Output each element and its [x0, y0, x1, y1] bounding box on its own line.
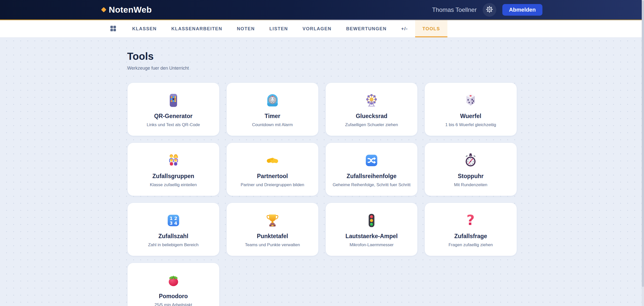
mobile-apps-icon: [165, 92, 182, 109]
handshake-icon: [264, 152, 281, 169]
diamond-icon: [101, 7, 106, 12]
tool-card-title: Zufallszahl: [158, 233, 188, 240]
tools-grid: QR-Generator Links und Text als QR-Code …: [127, 82, 517, 306]
scrollbar-track[interactable]: [642, 0, 644, 306]
tool-card-punktetafel[interactable]: Punktetafel Teams und Punkte verwalten: [226, 203, 319, 256]
page-title: Tools: [127, 51, 517, 62]
tool-card-partnertool[interactable]: Partnertool Partner und Dreiergruppen bi…: [226, 143, 319, 196]
tomato-icon: [165, 272, 182, 289]
shuffle-icon: [363, 152, 380, 169]
question-icon: ?: [462, 212, 479, 229]
tool-card-wuerfel[interactable]: Wuerfel 1 bis 6 Wuerfel gleichzeitig: [424, 82, 517, 136]
tool-card-title: Wuerfel: [460, 113, 481, 120]
tool-card-zufallszahl[interactable]: 1 2 3 4 Zufallszahl Zahl in beliebigem B…: [127, 203, 220, 256]
tool-card-stoppuhr[interactable]: Stoppuhr Mit Rundenzeiten: [424, 143, 517, 196]
tool-card-title: Zufallsfrage: [454, 233, 487, 240]
tool-card-zufallsreihenfolge[interactable]: Zufallsreihenfolge Geheime Reihenfolge, …: [325, 143, 418, 196]
numbers-icon: 1 2 3 4: [165, 212, 182, 229]
tool-card-description: Zufaelligen Schueler ziehen: [345, 122, 398, 127]
app-logo[interactable]: NotenWeb: [102, 5, 152, 15]
notenweb-app: NotenWeb Thomas Toellner: [0, 0, 644, 306]
apps-grid-button[interactable]: [108, 20, 118, 37]
logout-button[interactable]: Abmelden: [502, 4, 542, 16]
nav-item-vorlagen[interactable]: VORLAGEN: [295, 20, 339, 37]
tool-card-description: Klasse zufaellig einteilen: [150, 182, 197, 187]
svg-text:?: ?: [467, 212, 475, 228]
nav-item-noten[interactable]: NOTEN: [230, 20, 262, 37]
nav-item-tools[interactable]: TOOLS: [415, 20, 447, 37]
tool-card-description: 25/5 min Arbeitstakt: [155, 302, 192, 306]
tool-card-pomodoro[interactable]: Pomodoro 25/5 min Arbeitstakt: [127, 263, 220, 306]
kitchen-timer-icon: [264, 92, 281, 109]
tool-card-description: Mikrofon-Laermmesser: [350, 242, 394, 247]
tool-card-zufallsfrage[interactable]: ? Zufallsfrage Fragen zufaellig ziehen: [424, 203, 517, 256]
tool-card-description: Partner und Dreiergruppen bilden: [241, 182, 304, 187]
tool-card-description: Countdown mit Alarm: [252, 122, 293, 127]
settings-button[interactable]: [483, 3, 496, 17]
nav-item-item[interactable]: +/-: [394, 20, 415, 37]
grid-icon: [110, 25, 116, 33]
nav-items: KLASSENKLASSENARBEITENNOTENLISTENVORLAGE…: [125, 20, 447, 37]
tool-card-title: Partnertool: [257, 173, 288, 180]
user-name: Thomas Toellner: [432, 6, 477, 13]
ferris-wheel-icon: [363, 92, 380, 109]
tool-card-title: Timer: [265, 113, 280, 120]
tool-card-lautstaerke-ampel[interactable]: Lautstaerke-Ampel Mikrofon-Laermmesser: [325, 203, 418, 256]
nav-item-listen[interactable]: LISTEN: [262, 20, 295, 37]
app-header: NotenWeb Thomas Toellner: [0, 0, 644, 19]
tool-card-description: Zahl in beliebigem Bereich: [148, 242, 198, 247]
gear-icon: [486, 6, 493, 14]
tool-card-zufallsgruppen[interactable]: Zufallsgruppen Klasse zufaellig einteile…: [127, 143, 220, 196]
tool-card-qr-generator[interactable]: QR-Generator Links und Text als QR-Code: [127, 82, 220, 136]
tool-card-timer[interactable]: Timer Countdown mit Alarm: [226, 82, 319, 136]
nav-inner: KLASSENKLASSENARBEITENNOTENLISTENVORLAGE…: [102, 20, 542, 37]
header-inner: NotenWeb Thomas Toellner: [102, 0, 542, 19]
dice-icon: [462, 92, 479, 109]
main-content: Tools Werkzeuge fuer den Unterricht QR-G…: [0, 38, 644, 306]
tool-card-title: Gluecksrad: [356, 113, 387, 120]
main-inner: Tools Werkzeuge fuer den Unterricht QR-G…: [127, 38, 517, 306]
tool-card-title: Stoppuhr: [458, 173, 483, 180]
header-right: Thomas Toellner Abmelden: [432, 3, 542, 17]
page-subtitle: Werkzeuge fuer den Unterricht: [127, 66, 517, 71]
traffic-light-icon: [363, 212, 380, 229]
nav-item-klassenarbeiten[interactable]: KLASSENARBEITEN: [164, 20, 230, 37]
main-nav: KLASSENKLASSENARBEITENNOTENLISTENVORLAGE…: [0, 20, 644, 38]
tool-card-description: Links und Text als QR-Code: [147, 122, 200, 127]
tool-card-description: Fragen zufaellig ziehen: [448, 242, 493, 247]
scrollbar-thumb[interactable]: [642, 1, 644, 287]
family-icon: [165, 152, 182, 169]
svg-text:1 2: 1 2: [169, 216, 177, 221]
tool-card-description: 1 bis 6 Wuerfel gleichzeitig: [445, 122, 496, 127]
trophy-icon: [264, 212, 281, 229]
svg-text:3 4: 3 4: [169, 221, 177, 226]
tool-card-title: Pomodoro: [159, 293, 188, 300]
tool-card-title: Zufallsgruppen: [152, 173, 194, 180]
tool-card-description: Teams und Punkte verwalten: [245, 242, 300, 247]
logo-text: NotenWeb: [109, 5, 152, 15]
tool-card-gluecksrad[interactable]: Gluecksrad Zufaelligen Schueler ziehen: [325, 82, 418, 136]
tool-card-title: Punktetafel: [257, 233, 288, 240]
tool-card-title: Zufallsreihenfolge: [347, 173, 396, 180]
tool-card-description: Mit Rundenzeiten: [454, 182, 487, 187]
tool-card-title: QR-Generator: [154, 113, 193, 120]
tool-card-title: Lautstaerke-Ampel: [346, 233, 398, 240]
nav-item-bewertungen[interactable]: BEWERTUNGEN: [339, 20, 394, 37]
stopwatch-icon: [462, 152, 479, 169]
nav-item-klassen[interactable]: KLASSEN: [125, 20, 164, 37]
tool-card-description: Geheime Reihenfolge, Schritt fuer Schrit…: [333, 182, 411, 187]
